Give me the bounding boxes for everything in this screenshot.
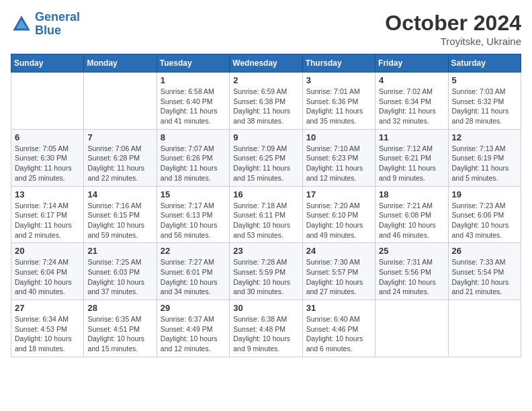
- day-number: 21: [87, 246, 152, 256]
- day-info: Sunrise: 7:01 AMSunset: 6:36 PMDaylight:…: [306, 87, 371, 126]
- day-info: Sunrise: 6:34 AMSunset: 4:53 PMDaylight:…: [15, 314, 80, 354]
- day-number: 1: [161, 75, 226, 85]
- calendar-cell: 7Sunrise: 7:06 AMSunset: 6:28 PMDaylight…: [84, 129, 157, 186]
- day-number: 3: [306, 75, 371, 85]
- day-info: Sunrise: 7:16 AMSunset: 6:15 PMDaylight:…: [87, 201, 152, 240]
- logo-line2: Blue: [35, 24, 61, 37]
- calendar-cell: 29Sunrise: 6:37 AMSunset: 4:49 PMDayligh…: [157, 300, 229, 357]
- day-number: 6: [15, 132, 80, 142]
- day-number: 16: [233, 189, 298, 199]
- calendar-cell: 22Sunrise: 7:27 AMSunset: 6:01 PMDayligh…: [157, 243, 229, 300]
- day-info: Sunrise: 7:31 AMSunset: 5:56 PMDaylight:…: [379, 257, 444, 297]
- day-of-week-header: Wednesday: [230, 54, 302, 73]
- day-info: Sunrise: 6:37 AMSunset: 4:49 PMDaylight:…: [161, 314, 226, 354]
- day-info: Sunrise: 7:27 AMSunset: 6:01 PMDaylight:…: [161, 257, 226, 297]
- calendar-cell: 15Sunrise: 7:17 AMSunset: 6:13 PMDayligh…: [157, 186, 229, 243]
- day-number: 27: [15, 303, 80, 313]
- calendar-cell: 16Sunrise: 7:18 AMSunset: 6:11 PMDayligh…: [230, 186, 302, 243]
- day-info: Sunrise: 6:59 AMSunset: 6:38 PMDaylight:…: [233, 87, 298, 126]
- day-info: Sunrise: 6:35 AMSunset: 4:51 PMDaylight:…: [87, 314, 152, 354]
- logo: General Blue: [11, 11, 80, 38]
- day-number: 18: [379, 189, 444, 199]
- day-info: Sunrise: 7:03 AMSunset: 6:32 PMDaylight:…: [452, 87, 517, 126]
- day-number: 5: [452, 75, 517, 85]
- calendar-cell: [375, 300, 448, 357]
- day-number: 15: [161, 189, 226, 199]
- calendar-cell: [84, 73, 157, 130]
- calendar-cell: 13Sunrise: 7:14 AMSunset: 6:17 PMDayligh…: [11, 186, 84, 243]
- calendar-cell: 5Sunrise: 7:03 AMSunset: 6:32 PMDaylight…: [448, 73, 521, 130]
- day-of-week-header: Friday: [375, 54, 448, 73]
- calendar-cell: 26Sunrise: 7:33 AMSunset: 5:54 PMDayligh…: [448, 243, 521, 300]
- day-info: Sunrise: 7:28 AMSunset: 5:59 PMDaylight:…: [233, 257, 298, 297]
- day-info: Sunrise: 6:38 AMSunset: 4:48 PMDaylight:…: [233, 314, 298, 354]
- calendar-cell: 23Sunrise: 7:28 AMSunset: 5:59 PMDayligh…: [230, 243, 302, 300]
- calendar-week-row: 27Sunrise: 6:34 AMSunset: 4:53 PMDayligh…: [11, 300, 521, 357]
- day-of-week-header: Sunday: [11, 54, 84, 73]
- location: Troyitske, Ukraine: [385, 36, 521, 47]
- day-info: Sunrise: 7:13 AMSunset: 6:19 PMDaylight:…: [452, 144, 517, 183]
- day-info: Sunrise: 7:07 AMSunset: 6:26 PMDaylight:…: [161, 144, 226, 183]
- day-number: 2: [233, 75, 298, 85]
- day-number: 4: [379, 75, 444, 85]
- calendar-cell: 3Sunrise: 7:01 AMSunset: 6:36 PMDaylight…: [302, 73, 375, 130]
- logo-text: General Blue: [35, 11, 80, 38]
- calendar-cell: 12Sunrise: 7:13 AMSunset: 6:19 PMDayligh…: [448, 129, 521, 186]
- day-info: Sunrise: 7:20 AMSunset: 6:10 PMDaylight:…: [306, 201, 371, 240]
- day-number: 25: [379, 246, 444, 256]
- day-number: 26: [452, 246, 517, 256]
- day-number: 8: [161, 132, 226, 142]
- day-info: Sunrise: 7:25 AMSunset: 6:03 PMDaylight:…: [87, 257, 152, 297]
- day-info: Sunrise: 7:21 AMSunset: 6:08 PMDaylight:…: [379, 201, 444, 240]
- day-info: Sunrise: 7:06 AMSunset: 6:28 PMDaylight:…: [87, 144, 152, 183]
- day-number: 7: [87, 132, 152, 142]
- calendar-cell: 18Sunrise: 7:21 AMSunset: 6:08 PMDayligh…: [375, 186, 448, 243]
- logo-line1: General: [35, 10, 80, 24]
- day-of-week-header: Tuesday: [157, 54, 229, 73]
- calendar-cell: 8Sunrise: 7:07 AMSunset: 6:26 PMDaylight…: [157, 129, 229, 186]
- calendar-cell: 28Sunrise: 6:35 AMSunset: 4:51 PMDayligh…: [84, 300, 157, 357]
- logo-icon: [11, 13, 32, 35]
- day-info: Sunrise: 6:40 AMSunset: 4:46 PMDaylight:…: [306, 314, 371, 354]
- calendar-cell: 25Sunrise: 7:31 AMSunset: 5:56 PMDayligh…: [375, 243, 448, 300]
- day-number: 9: [233, 132, 298, 142]
- calendar-week-row: 6Sunrise: 7:05 AMSunset: 6:30 PMDaylight…: [11, 129, 521, 186]
- calendar-week-row: 13Sunrise: 7:14 AMSunset: 6:17 PMDayligh…: [11, 186, 521, 243]
- day-info: Sunrise: 6:58 AMSunset: 6:40 PMDaylight:…: [161, 87, 226, 126]
- calendar-table: SundayMondayTuesdayWednesdayThursdayFrid…: [11, 54, 521, 357]
- day-info: Sunrise: 7:10 AMSunset: 6:23 PMDaylight:…: [306, 144, 371, 183]
- day-number: 28: [87, 303, 152, 313]
- day-number: 10: [306, 132, 371, 142]
- day-of-week-header: Saturday: [448, 54, 521, 73]
- calendar-cell: [11, 73, 84, 130]
- month-title: October 2024: [385, 11, 521, 36]
- calendar-cell: 1Sunrise: 6:58 AMSunset: 6:40 PMDaylight…: [157, 73, 229, 130]
- calendar-cell: 14Sunrise: 7:16 AMSunset: 6:15 PMDayligh…: [84, 186, 157, 243]
- calendar-cell: 24Sunrise: 7:30 AMSunset: 5:57 PMDayligh…: [302, 243, 375, 300]
- calendar-cell: 4Sunrise: 7:02 AMSunset: 6:34 PMDaylight…: [375, 73, 448, 130]
- calendar-week-row: 20Sunrise: 7:24 AMSunset: 6:04 PMDayligh…: [11, 243, 521, 300]
- calendar-cell: 9Sunrise: 7:09 AMSunset: 6:25 PMDaylight…: [230, 129, 302, 186]
- day-number: 31: [306, 303, 371, 313]
- day-number: 12: [452, 132, 517, 142]
- day-number: 30: [233, 303, 298, 313]
- calendar-cell: 6Sunrise: 7:05 AMSunset: 6:30 PMDaylight…: [11, 129, 84, 186]
- day-info: Sunrise: 7:17 AMSunset: 6:13 PMDaylight:…: [161, 201, 226, 240]
- calendar-cell: 20Sunrise: 7:24 AMSunset: 6:04 PMDayligh…: [11, 243, 84, 300]
- calendar-cell: 11Sunrise: 7:12 AMSunset: 6:21 PMDayligh…: [375, 129, 448, 186]
- day-info: Sunrise: 7:23 AMSunset: 6:06 PMDaylight:…: [452, 201, 517, 240]
- day-info: Sunrise: 7:18 AMSunset: 6:11 PMDaylight:…: [233, 201, 298, 240]
- day-number: 19: [452, 189, 517, 199]
- calendar-cell: 10Sunrise: 7:10 AMSunset: 6:23 PMDayligh…: [302, 129, 375, 186]
- calendar-week-row: 1Sunrise: 6:58 AMSunset: 6:40 PMDaylight…: [11, 73, 521, 130]
- day-number: 22: [161, 246, 226, 256]
- day-number: 11: [379, 132, 444, 142]
- day-info: Sunrise: 7:09 AMSunset: 6:25 PMDaylight:…: [233, 144, 298, 183]
- day-info: Sunrise: 7:12 AMSunset: 6:21 PMDaylight:…: [379, 144, 444, 183]
- day-info: Sunrise: 7:30 AMSunset: 5:57 PMDaylight:…: [306, 257, 371, 297]
- day-of-week-header: Monday: [84, 54, 157, 73]
- day-number: 14: [87, 189, 152, 199]
- calendar-cell: 21Sunrise: 7:25 AMSunset: 6:03 PMDayligh…: [84, 243, 157, 300]
- day-number: 23: [233, 246, 298, 256]
- day-info: Sunrise: 7:14 AMSunset: 6:17 PMDaylight:…: [15, 201, 80, 240]
